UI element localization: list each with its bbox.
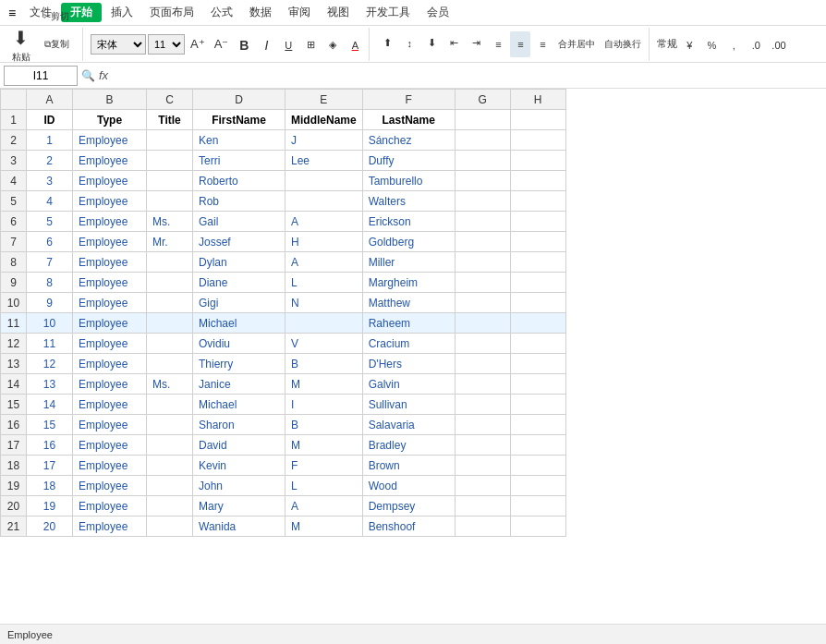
cell-type[interactable]: Employee xyxy=(73,516,147,537)
percent-button[interactable]: % xyxy=(701,32,722,58)
thousands-button[interactable]: , xyxy=(723,32,744,58)
cell-middlename[interactable]: N xyxy=(285,293,363,313)
cell-id[interactable]: 18 xyxy=(27,476,73,496)
cell-h[interactable] xyxy=(510,395,565,415)
cell-g[interactable] xyxy=(455,435,510,456)
cell-h[interactable] xyxy=(510,191,565,212)
cell-firstname[interactable]: Ovidiu xyxy=(193,334,285,354)
cell-lastname[interactable]: Erickson xyxy=(362,212,455,232)
cell-title[interactable] xyxy=(147,516,193,537)
cell-id[interactable]: 16 xyxy=(27,435,73,456)
cell-lastname[interactable]: Salavaria xyxy=(362,415,455,435)
cell-title[interactable] xyxy=(147,354,193,374)
cell-firstname[interactable]: Terri xyxy=(193,151,285,171)
underline-button[interactable]: U xyxy=(278,32,298,58)
increase-decimal-button[interactable]: .0 xyxy=(746,32,766,58)
header-id[interactable]: ID xyxy=(27,110,73,130)
cell-g[interactable] xyxy=(455,456,510,476)
cell-middlename[interactable]: I xyxy=(285,395,363,415)
cell-h[interactable] xyxy=(510,435,565,456)
cell-lastname[interactable]: Benshoof xyxy=(362,516,455,537)
cell-title[interactable] xyxy=(147,496,193,516)
cell-lastname[interactable]: Walters xyxy=(362,191,455,212)
cell-lastname[interactable]: Tamburello xyxy=(362,171,455,191)
cell-middlename[interactable]: Lee xyxy=(285,151,363,171)
col-header-e[interactable]: E xyxy=(285,90,363,110)
cell-g[interactable] xyxy=(455,191,510,212)
cell-g[interactable] xyxy=(455,252,510,273)
cell-firstname[interactable]: David xyxy=(193,435,285,456)
cell-type[interactable]: Employee xyxy=(73,293,147,313)
cell-type[interactable]: Employee xyxy=(73,334,147,354)
bold-button[interactable]: B xyxy=(234,32,254,58)
cell-middlename[interactable]: L xyxy=(285,476,363,496)
cell-id[interactable]: 20 xyxy=(27,516,73,537)
cell-g[interactable] xyxy=(455,293,510,313)
currency-button[interactable]: ¥ xyxy=(679,32,699,58)
cell-lastname[interactable]: Wood xyxy=(362,476,455,496)
cell-firstname[interactable]: Gigi xyxy=(193,293,285,313)
italic-button[interactable]: I xyxy=(256,32,276,58)
cell-id[interactable]: 11 xyxy=(27,334,73,354)
menu-view[interactable]: 视图 xyxy=(320,3,357,22)
cell-title[interactable] xyxy=(147,151,193,171)
increase-font-button[interactable]: A⁺ xyxy=(187,31,209,57)
cell-middlename[interactable]: J xyxy=(285,130,363,151)
cell-firstname[interactable]: Jossef xyxy=(193,232,285,252)
cell-h[interactable] xyxy=(510,293,565,313)
cell-h[interactable] xyxy=(510,476,565,496)
cell-g[interactable] xyxy=(455,516,510,537)
cell-id[interactable]: 10 xyxy=(27,313,73,334)
cell-type[interactable]: Employee xyxy=(73,395,147,415)
cell-title[interactable] xyxy=(147,130,193,151)
align-left-button[interactable]: ≡ xyxy=(488,31,508,57)
cell-lastname[interactable]: Bradley xyxy=(362,435,455,456)
cell-middlename[interactable]: V xyxy=(285,334,363,354)
cell-lastname[interactable]: Galvin xyxy=(362,374,455,395)
menu-formula[interactable]: 公式 xyxy=(203,3,240,22)
cell-type[interactable]: Employee xyxy=(73,476,147,496)
cell-firstname[interactable]: Rob xyxy=(193,191,285,212)
cell-lastname[interactable]: Miller xyxy=(362,252,455,273)
decrease-font-button[interactable]: A⁻ xyxy=(211,31,233,57)
cell-g[interactable] xyxy=(455,232,510,252)
cell-type[interactable]: Employee xyxy=(73,435,147,456)
cell-title[interactable]: Mr. xyxy=(147,232,193,252)
menu-developer[interactable]: 开发工具 xyxy=(358,3,418,22)
cell-title[interactable] xyxy=(147,334,193,354)
cell-middlename[interactable]: B xyxy=(285,354,363,374)
cell-firstname[interactable]: John xyxy=(193,476,285,496)
align-center-button[interactable]: ≡ xyxy=(510,31,530,57)
cell-id[interactable]: 1 xyxy=(27,130,73,151)
col-header-g[interactable]: G xyxy=(455,90,510,110)
menu-data[interactable]: 数据 xyxy=(242,3,279,22)
cell-h[interactable] xyxy=(510,232,565,252)
align-top-button[interactable]: ⬆ xyxy=(377,30,397,56)
cell-h[interactable] xyxy=(510,171,565,191)
cell-lastname[interactable]: Cracium xyxy=(362,334,455,354)
col-header-f[interactable]: F xyxy=(362,90,455,110)
border-button[interactable]: ⊞ xyxy=(300,32,321,58)
cell-id[interactable]: 12 xyxy=(27,354,73,374)
cell-type[interactable]: Employee xyxy=(73,456,147,476)
cell-title[interactable] xyxy=(147,435,193,456)
cell-middlename[interactable]: A xyxy=(285,496,363,516)
cell-title[interactable] xyxy=(147,395,193,415)
cell-h[interactable] xyxy=(510,130,565,151)
cell-lastname[interactable]: Dempsey xyxy=(362,496,455,516)
cell-type[interactable]: Employee xyxy=(73,252,147,273)
cell-h[interactable] xyxy=(510,313,565,334)
cell-id[interactable]: 15 xyxy=(27,415,73,435)
cell-id[interactable]: 6 xyxy=(27,232,73,252)
cell-firstname[interactable]: Roberto xyxy=(193,171,285,191)
cell-firstname[interactable]: Wanida xyxy=(193,516,285,537)
header-type[interactable]: Type xyxy=(73,110,147,130)
cell-h[interactable] xyxy=(510,252,565,273)
header-h[interactable] xyxy=(510,110,565,130)
cell-firstname[interactable]: Michael xyxy=(193,313,285,334)
cell-g[interactable] xyxy=(455,313,510,334)
cell-h[interactable] xyxy=(510,415,565,435)
cell-title[interactable] xyxy=(147,273,193,293)
cell-type[interactable]: Employee xyxy=(73,212,147,232)
cell-middlename[interactable]: M xyxy=(285,374,363,395)
